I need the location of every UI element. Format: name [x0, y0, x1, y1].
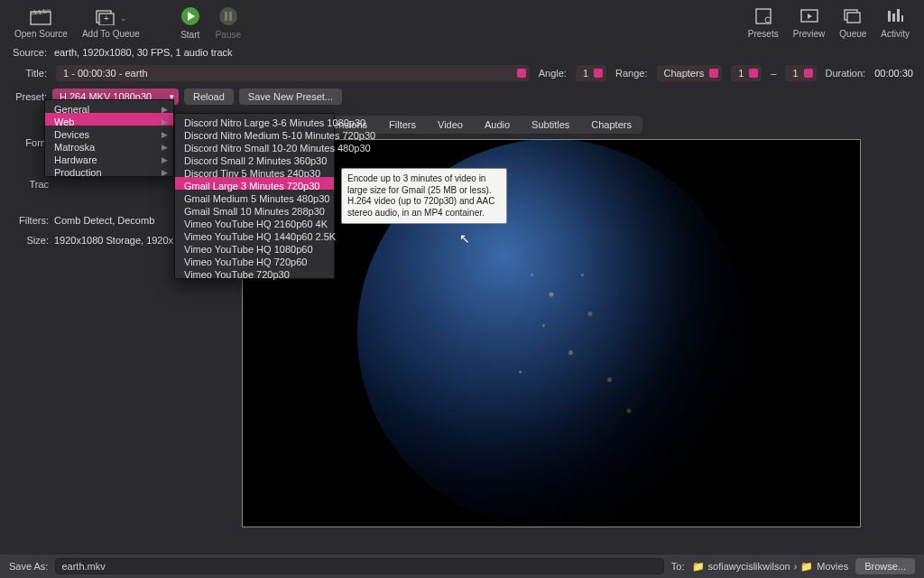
svg-rect-19	[892, 14, 895, 22]
presets-icon	[753, 7, 773, 25]
tab-chapters[interactable]: Chapters	[580, 117, 642, 133]
preset-item[interactable]: Gmail Small 10 Minutes 288p30	[175, 202, 334, 215]
size-label: Size:	[11, 235, 49, 246]
to-label: To:	[671, 561, 685, 572]
preset-label: Preset:	[11, 91, 47, 102]
range-label: Range:	[615, 68, 647, 79]
preview-icon	[799, 7, 819, 25]
save-new-preset-button[interactable]: Save New Preset...	[239, 89, 342, 105]
source-label: Source:	[11, 47, 47, 58]
pause-icon	[218, 6, 238, 26]
svg-rect-20	[897, 9, 900, 22]
tab-subtitles[interactable]: Subtitles	[521, 117, 580, 133]
preset-category-web[interactable]: Web▶	[45, 113, 173, 126]
chevron-right-icon: ▶	[162, 166, 168, 179]
start-button[interactable]: Start	[172, 5, 208, 42]
preset-category-devices[interactable]: Devices▶	[45, 126, 173, 138]
activity-icon	[885, 7, 905, 25]
reload-button[interactable]: Reload	[184, 89, 234, 105]
pause-label: Pause	[216, 30, 241, 40]
preset-tooltip: Encode up to 3 minutes of video in large…	[341, 168, 507, 224]
pause-button[interactable]: Pause	[208, 5, 248, 42]
range-to-value: 1	[792, 68, 798, 79]
destination-path[interactable]: 📁 sofiawycislikwilson › 📁 Movies	[692, 561, 849, 573]
svg-rect-11	[229, 12, 232, 21]
range-type-value: Chapters	[664, 68, 705, 79]
add-to-queue-button[interactable]: + ⌄ Add To Queue	[75, 5, 147, 41]
preset-category-matroska[interactable]: Matroska▶	[45, 138, 173, 151]
range-type-select[interactable]: Chapters	[657, 65, 723, 81]
browse-button[interactable]: Browse...	[855, 558, 915, 574]
preset-item[interactable]: Discord Nitro Small 10-20 Minutes 480p30	[175, 139, 334, 152]
svg-rect-18	[888, 11, 891, 22]
duration-label: Duration:	[826, 68, 866, 79]
add-queue-icon: +	[95, 7, 116, 25]
preset-item[interactable]: Vimeo YouTube HQ 1440p60 2.5K	[175, 228, 334, 240]
svg-text:+: +	[104, 14, 109, 23]
duration-value: 00:00:30	[874, 68, 913, 79]
activity-label: Activity	[881, 29, 910, 39]
preview-label: Preview	[793, 29, 826, 39]
preset-item[interactable]: Vimeo YouTube HQ 720p60	[175, 253, 334, 266]
svg-marker-15	[808, 14, 812, 19]
presets-button[interactable]: Presets	[741, 5, 786, 41]
svg-point-13	[765, 17, 771, 23]
preset-item[interactable]: Discord Nitro Large 3-6 Minutes 1080p30	[175, 114, 334, 126]
chevron-down-icon[interactable]: ⌄	[120, 14, 127, 23]
tab-filters[interactable]: Filters	[378, 117, 427, 133]
open-source-label: Open Source	[14, 29, 68, 39]
format-label: Form	[11, 137, 49, 148]
preset-item[interactable]: Discord Tiny 5 Minutes 240p30	[175, 164, 334, 177]
clapperboard-icon	[30, 7, 51, 25]
save-as-label: Save As:	[9, 561, 48, 572]
preset-item[interactable]: Discord Nitro Medium 5-10 Minutes 720p30	[175, 126, 334, 139]
tracks-label: Trac	[11, 179, 49, 190]
preset-item[interactable]: Vimeo YouTube HQ 2160p60 4K	[175, 215, 334, 228]
svg-rect-17	[847, 13, 860, 23]
preview-button[interactable]: Preview	[786, 5, 833, 41]
preset-category-hardware[interactable]: Hardware▶	[45, 151, 173, 163]
add-to-queue-label: Add To Queue	[82, 29, 140, 39]
open-source-button[interactable]: Open Source	[7, 5, 75, 41]
preset-category-production[interactable]: Production▶	[45, 163, 173, 176]
angle-value: 1	[583, 68, 588, 79]
title-select[interactable]: 1 - 00:00:30 - earth	[56, 65, 530, 81]
folder-icon: 📁	[692, 561, 705, 573]
folder-icon: 📁	[800, 561, 813, 573]
path-folder: Movies	[817, 561, 848, 572]
path-user: sofiawycislikwilson	[708, 561, 790, 572]
queue-button[interactable]: Queue	[832, 5, 873, 41]
play-icon	[180, 6, 200, 26]
range-from-value: 1	[738, 68, 744, 79]
queue-icon	[843, 7, 863, 25]
range-to-select[interactable]: 1	[785, 65, 816, 81]
preset-item[interactable]: Gmail Large 3 Minutes 720p30	[175, 177, 334, 190]
preset-category-general[interactable]: General▶	[45, 100, 173, 113]
title-row: Title: 1 - 00:00:30 - earth Angle: 1 Ran…	[0, 61, 924, 85]
activity-button[interactable]: Activity	[873, 5, 917, 41]
preset-item[interactable]: Gmail Medium 5 Minutes 480p30	[175, 190, 334, 202]
source-value: earth, 1920x1080, 30 FPS, 1 audio track	[54, 47, 233, 58]
path-separator: ›	[794, 561, 798, 572]
angle-select[interactable]: 1	[576, 65, 606, 81]
preset-category-menu: General▶Web▶Devices▶Matroska▶Hardware▶Pr…	[44, 99, 174, 177]
source-row: Source: earth, 1920x1080, 30 FPS, 1 audi…	[0, 43, 924, 61]
queue-label: Queue	[839, 29, 866, 39]
tab-audio[interactable]: Audio	[474, 117, 521, 133]
svg-rect-10	[225, 12, 227, 21]
preset-web-submenu: Discord Nitro Large 3-6 Minutes 1080p30D…	[174, 113, 335, 279]
start-label: Start	[180, 30, 199, 40]
preset-item[interactable]: Vimeo YouTube 720p30	[175, 266, 334, 278]
filters-value: Comb Detect, Decomb	[54, 215, 154, 226]
save-as-input[interactable]	[55, 558, 663, 574]
preset-item[interactable]: Vimeo YouTube HQ 1080p60	[175, 240, 334, 253]
preset-item[interactable]: Discord Small 2 Minutes 360p30	[175, 152, 334, 164]
svg-point-9	[219, 7, 237, 25]
bottom-bar: Save As: To: 📁 sofiawycislikwilson › 📁 M…	[0, 555, 924, 578]
tab-video[interactable]: Video	[427, 117, 474, 133]
range-separator: –	[771, 68, 776, 79]
range-from-select[interactable]: 1	[731, 65, 762, 81]
angle-label: Angle:	[539, 68, 567, 79]
filters-label: Filters:	[11, 215, 49, 226]
title-value: 1 - 00:00:30 - earth	[63, 68, 148, 79]
